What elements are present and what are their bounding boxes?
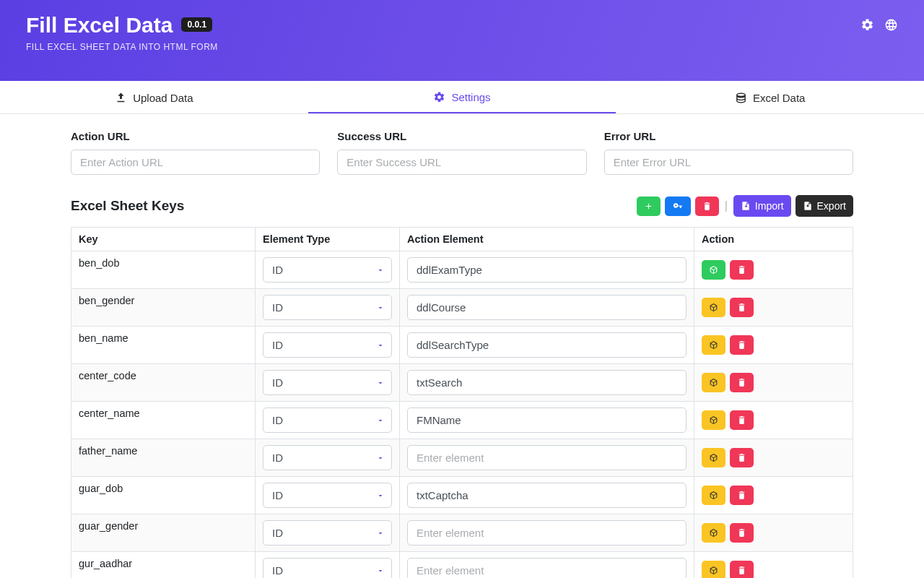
- key-cell: guar_dob: [71, 477, 256, 514]
- action-element-input[interactable]: [407, 295, 687, 320]
- tab-settings-label: Settings: [451, 91, 490, 103]
- element-type-select[interactable]: [263, 445, 392, 470]
- tab-upload-label: Upload Data: [133, 92, 193, 104]
- version-badge: 0.0.1: [181, 17, 212, 32]
- key-cell: father_name: [71, 439, 256, 477]
- table-row: center_code: [71, 364, 853, 402]
- action-element-input[interactable]: [407, 520, 687, 545]
- action-element-input[interactable]: [407, 445, 687, 470]
- upload-icon: [115, 92, 127, 104]
- row-action-button[interactable]: [702, 298, 725, 317]
- row-action-button[interactable]: [702, 561, 725, 578]
- section-title: Excel Sheet Keys: [71, 198, 184, 214]
- file-import-icon: [741, 201, 751, 211]
- row-action-button[interactable]: [702, 486, 725, 505]
- action-element-input[interactable]: [407, 483, 687, 508]
- row-action-button[interactable]: [702, 410, 725, 430]
- success-url-input[interactable]: [337, 150, 586, 175]
- element-type-select[interactable]: [263, 558, 392, 578]
- table-row: gur_aadhar: [71, 552, 853, 579]
- row-delete-button[interactable]: [730, 448, 754, 467]
- element-type-select[interactable]: [263, 257, 392, 282]
- trash-icon: [702, 202, 712, 211]
- table-row: ben_dob: [71, 251, 853, 289]
- action-element-input[interactable]: [407, 257, 687, 282]
- error-url-input[interactable]: [604, 150, 853, 175]
- table-row: father_name: [71, 439, 853, 477]
- import-button[interactable]: Import: [733, 195, 791, 217]
- key-cell: guar_gender: [71, 514, 256, 552]
- file-export-icon: [803, 201, 813, 211]
- action-element-input[interactable]: [407, 332, 687, 358]
- key-cell: ben_gender: [71, 289, 256, 327]
- delete-all-button[interactable]: [695, 197, 719, 216]
- import-label: Import: [755, 200, 784, 212]
- tab-upload-data[interactable]: Upload Data: [0, 81, 308, 113]
- row-delete-button[interactable]: [730, 373, 754, 392]
- secret-key-button[interactable]: [665, 197, 691, 216]
- table-row: center_name: [71, 402, 853, 439]
- app-subtitle: FILL EXCEL SHEET DATA INTO HTML FORM: [26, 42, 898, 52]
- table-row: ben_name: [71, 327, 853, 364]
- row-delete-button[interactable]: [730, 561, 754, 578]
- app-header: Fill Excel Data 0.0.1 FILL EXCEL SHEET D…: [0, 0, 924, 81]
- element-type-select[interactable]: [263, 407, 392, 433]
- brand: Fill Excel Data 0.0.1: [26, 13, 212, 36]
- element-type-select[interactable]: [263, 520, 392, 545]
- gear-icon: [433, 91, 445, 103]
- key-cell: ben_name: [71, 327, 256, 364]
- table-row: guar_gender: [71, 514, 853, 552]
- key-icon: [672, 202, 684, 211]
- row-action-button[interactable]: [702, 523, 725, 543]
- col-header-action: Action: [694, 228, 853, 251]
- col-header-key: Key: [71, 228, 256, 251]
- plus-icon: [644, 202, 653, 211]
- row-delete-button[interactable]: [730, 335, 754, 355]
- element-type-select[interactable]: [263, 483, 392, 508]
- row-delete-button[interactable]: [730, 298, 754, 317]
- row-delete-button[interactable]: [730, 523, 754, 543]
- gear-icon[interactable]: [860, 18, 874, 32]
- keys-table: Key Element Type Action Element Action b…: [71, 227, 853, 578]
- add-key-button[interactable]: [637, 197, 661, 216]
- key-cell: center_code: [71, 364, 256, 402]
- action-url-input[interactable]: [71, 150, 320, 175]
- action-element-input[interactable]: [407, 370, 687, 395]
- key-cell: ben_dob: [71, 251, 256, 289]
- tab-excel-label: Excel Data: [753, 92, 806, 104]
- tab-settings[interactable]: Settings: [308, 81, 616, 113]
- row-delete-button[interactable]: [730, 410, 754, 430]
- element-type-select[interactable]: [263, 295, 392, 320]
- globe-icon[interactable]: [884, 18, 898, 32]
- row-action-button[interactable]: [702, 373, 725, 392]
- col-header-type: Element Type: [256, 228, 400, 251]
- error-url-label: Error URL: [604, 130, 853, 142]
- action-element-input[interactable]: [407, 558, 687, 578]
- success-url-label: Success URL: [337, 130, 586, 142]
- keys-toolbar: | Import Export: [637, 195, 853, 217]
- key-cell: center_name: [71, 402, 256, 439]
- action-element-input[interactable]: [407, 407, 687, 433]
- action-url-label: Action URL: [71, 130, 320, 142]
- row-action-button[interactable]: [702, 335, 725, 355]
- key-cell: gur_aadhar: [71, 552, 256, 579]
- element-type-select[interactable]: [263, 332, 392, 358]
- app-title: Fill Excel Data: [26, 13, 173, 36]
- element-type-select[interactable]: [263, 370, 392, 395]
- toolbar-separator: |: [723, 199, 729, 212]
- main-tabs: Upload Data Settings Excel Data: [0, 81, 924, 114]
- tab-excel-data[interactable]: Excel Data: [616, 81, 924, 113]
- row-delete-button[interactable]: [730, 260, 754, 280]
- row-delete-button[interactable]: [730, 486, 754, 505]
- database-icon: [735, 92, 747, 104]
- table-row: ben_gender: [71, 289, 853, 327]
- col-header-element: Action Element: [400, 228, 694, 251]
- table-row: guar_dob: [71, 477, 853, 514]
- row-action-button[interactable]: [702, 448, 725, 467]
- export-label: Export: [817, 200, 846, 212]
- row-action-button[interactable]: [702, 260, 725, 280]
- export-button[interactable]: Export: [796, 195, 853, 217]
